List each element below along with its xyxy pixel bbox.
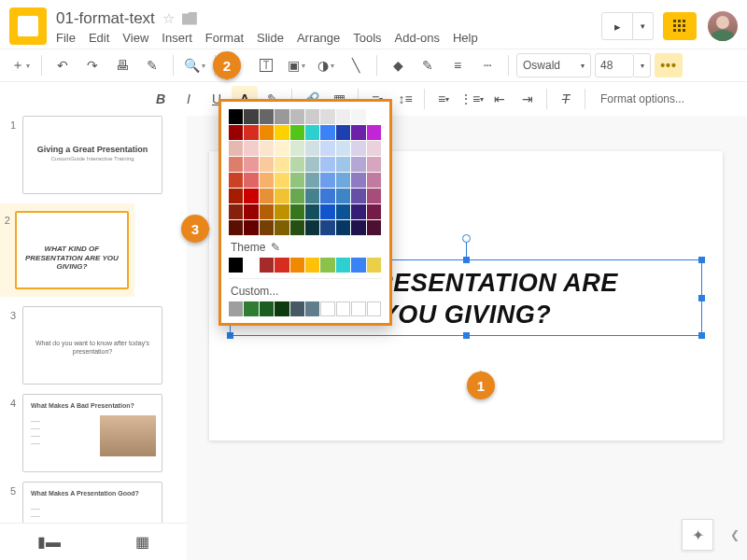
color-swatch[interactable] [336, 109, 350, 124]
color-swatch[interactable] [336, 157, 350, 172]
menu-tools[interactable]: Tools [353, 31, 381, 45]
increase-indent-button[interactable]: ⇥ [514, 86, 541, 112]
color-swatch[interactable] [275, 173, 289, 188]
star-icon[interactable]: ☆ [162, 10, 175, 27]
color-swatch[interactable] [244, 204, 258, 219]
color-swatch[interactable] [229, 220, 243, 235]
color-swatch[interactable] [229, 301, 243, 316]
color-swatch[interactable] [275, 157, 289, 172]
color-swatch[interactable] [260, 258, 274, 273]
fill-color-button[interactable]: ◆ [385, 52, 411, 78]
menu-slide[interactable]: Slide [257, 31, 284, 45]
color-swatch[interactable] [336, 173, 350, 188]
toolbar-overflow-button[interactable]: ••• [655, 53, 683, 77]
color-swatch[interactable] [336, 204, 350, 219]
custom-color-button[interactable]: Custom... [231, 285, 382, 298]
zoom-button[interactable]: 🔍 [181, 52, 207, 78]
italic-button[interactable]: I [176, 86, 202, 112]
color-swatch[interactable] [229, 109, 243, 124]
menu-view[interactable]: View [122, 31, 148, 45]
slide-thumbnail-selected[interactable]: WHAT KIND OF PRESENTATION ARE YOU GIVING… [15, 211, 129, 289]
color-swatch[interactable] [229, 157, 243, 172]
explore-button[interactable]: ✦ [682, 519, 713, 551]
color-swatch[interactable] [290, 125, 304, 140]
color-swatch[interactable] [290, 157, 304, 172]
color-swatch[interactable] [290, 220, 304, 235]
color-swatch[interactable] [320, 258, 334, 273]
resize-handle[interactable] [463, 332, 470, 339]
color-swatch[interactable] [367, 220, 381, 235]
color-swatch[interactable] [320, 220, 334, 235]
filmstrip-view-icon[interactable]: ▮▬ [37, 533, 61, 551]
image-tool[interactable]: ▣ [283, 52, 309, 78]
new-slide-button[interactable]: ＋ [7, 52, 34, 78]
color-swatch[interactable] [305, 125, 319, 140]
color-swatch[interactable] [260, 125, 274, 140]
decrease-indent-button[interactable]: ⇤ [486, 86, 513, 112]
color-swatch[interactable] [229, 189, 243, 203]
color-swatch[interactable] [260, 301, 274, 316]
color-swatch[interactable] [244, 173, 258, 188]
color-swatch[interactable] [351, 189, 365, 203]
color-swatch[interactable] [320, 204, 334, 219]
color-swatch[interactable] [275, 220, 289, 235]
color-swatch[interactable] [244, 125, 258, 140]
menu-format[interactable]: Format [205, 31, 244, 45]
color-swatch[interactable] [290, 173, 304, 188]
color-swatch[interactable] [290, 189, 304, 203]
color-swatch[interactable] [275, 204, 289, 219]
color-swatch[interactable] [290, 109, 304, 124]
color-swatch[interactable] [244, 109, 258, 124]
color-swatch[interactable] [305, 301, 319, 316]
color-swatch[interactable] [367, 125, 381, 140]
avatar[interactable] [708, 11, 738, 41]
menu-insert[interactable]: Insert [162, 31, 192, 45]
menu-help[interactable]: Help [453, 31, 478, 45]
color-swatch[interactable] [336, 301, 350, 316]
color-swatch[interactable] [305, 220, 319, 235]
color-swatch[interactable] [244, 258, 258, 273]
color-swatch[interactable] [367, 258, 381, 273]
color-swatch[interactable] [320, 157, 334, 172]
font-size-dropdown[interactable]: ▾ [634, 53, 651, 77]
color-swatch[interactable] [275, 258, 289, 273]
color-swatch[interactable] [367, 301, 381, 316]
resize-handle[interactable] [698, 257, 705, 263]
color-swatch[interactable] [320, 301, 334, 316]
color-swatch[interactable] [367, 141, 381, 156]
color-swatch[interactable] [320, 141, 334, 156]
present-dropdown[interactable]: ▾ [633, 12, 654, 40]
color-swatch[interactable] [305, 204, 319, 219]
color-swatch[interactable] [367, 173, 381, 188]
color-swatch[interactable] [305, 189, 319, 203]
grid-view-icon[interactable]: ▦ [135, 533, 149, 551]
color-swatch[interactable] [260, 109, 274, 124]
color-swatch[interactable] [305, 157, 319, 172]
color-swatch[interactable] [275, 301, 289, 316]
folder-icon[interactable] [182, 12, 197, 25]
color-swatch[interactable] [275, 109, 289, 124]
color-swatch[interactable] [336, 125, 350, 140]
color-swatch[interactable] [229, 204, 243, 219]
color-swatch[interactable] [351, 301, 365, 316]
resize-handle[interactable] [463, 257, 470, 263]
color-swatch[interactable] [275, 141, 289, 156]
color-swatch[interactable] [244, 141, 258, 156]
color-swatch[interactable] [290, 258, 304, 273]
paint-format-button[interactable]: ✎ [139, 52, 165, 78]
color-swatch[interactable] [351, 204, 365, 219]
slide-thumbnail[interactable]: 1 Giving a Great Presentation CustomGuid… [4, 116, 187, 194]
menu-arrange[interactable]: Arrange [297, 31, 340, 45]
document-title[interactable]: 01-format-text [56, 9, 155, 28]
font-family-select[interactable]: Oswald ▾ [516, 53, 591, 77]
color-swatch[interactable] [320, 189, 334, 203]
resize-handle[interactable] [227, 332, 233, 339]
apps-button[interactable] [663, 12, 697, 40]
color-swatch[interactable] [244, 220, 258, 235]
line-spacing-button[interactable]: ↕≡ [392, 86, 418, 112]
color-swatch[interactable] [305, 173, 319, 188]
menu-edit[interactable]: Edit [89, 31, 109, 45]
color-swatch[interactable] [275, 125, 289, 140]
color-swatch[interactable] [260, 189, 274, 203]
undo-button[interactable]: ↶ [49, 52, 76, 78]
